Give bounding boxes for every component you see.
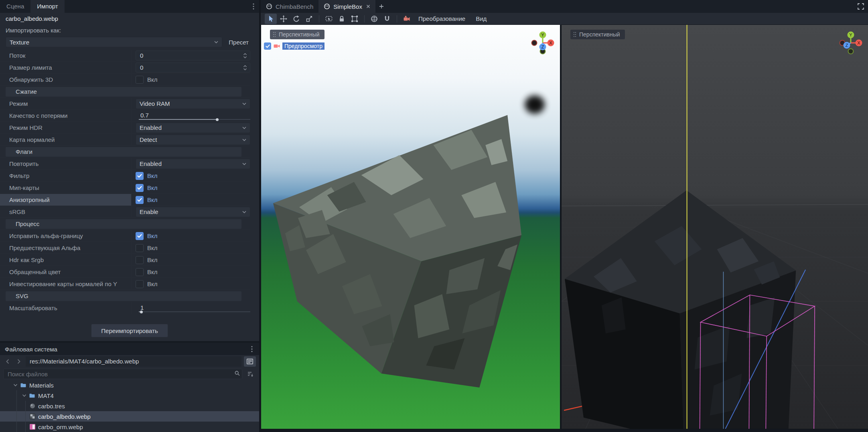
snap-icon[interactable] bbox=[381, 14, 393, 24]
tab-import[interactable]: Импорт bbox=[30, 0, 64, 13]
fullscreen-icon[interactable] bbox=[854, 0, 868, 13]
select-tool-icon[interactable] bbox=[265, 14, 277, 24]
forward-button[interactable] bbox=[14, 357, 23, 366]
spatial-toolbar: Преобразование Вид bbox=[261, 13, 868, 25]
lock-icon[interactable] bbox=[336, 14, 348, 24]
section-compression[interactable]: Сжатие bbox=[0, 86, 250, 98]
axis-x-label: X bbox=[857, 40, 860, 45]
property-row-hdr-as-srgb: Hdr как Srgb Вкл bbox=[0, 254, 250, 266]
scene-tab-simplebox[interactable]: SimpleBox bbox=[318, 0, 375, 13]
premult-alpha-checkbox[interactable] bbox=[136, 244, 144, 252]
property-row-repeat: Повторить Enabled bbox=[0, 158, 250, 170]
preview-checkbox[interactable] bbox=[264, 42, 271, 50]
section-label: Процесс bbox=[6, 219, 241, 229]
tree-item-carbo-tres[interactable]: carbo.tres bbox=[0, 401, 259, 411]
group-icon[interactable] bbox=[349, 14, 361, 24]
fix-alpha-border-checkbox[interactable] bbox=[136, 232, 144, 240]
split-mode-button[interactable] bbox=[244, 356, 256, 367]
camera-preview-toggle[interactable]: Предпросмотр bbox=[264, 41, 324, 51]
viewport-editor[interactable]: Перспективный Y X Z bbox=[562, 25, 868, 429]
checkbox-label: Вкл bbox=[147, 232, 158, 239]
checkbox-label: Вкл bbox=[147, 184, 158, 191]
tree-item-carbo-orm[interactable]: carbo_orm.webp bbox=[0, 422, 259, 432]
tree-item-materials[interactable]: Materials bbox=[0, 380, 259, 390]
dropdown-value: Enable bbox=[140, 208, 240, 215]
property-row-mipmaps: Мип-карты Вкл bbox=[0, 182, 250, 194]
property-label: Hdr как Srgb bbox=[0, 254, 131, 266]
filesystem-menu-icon[interactable] bbox=[246, 346, 258, 352]
anisotropic-checkbox[interactable] bbox=[136, 196, 144, 204]
import-dock: carbo_albedo.webp Импортировать как: Tex… bbox=[0, 13, 259, 341]
size-limit-spinbox[interactable]: 0 bbox=[136, 63, 250, 73]
tree-item-label: carbo_albedo.webp bbox=[38, 413, 91, 420]
close-tab-icon[interactable] bbox=[366, 4, 370, 8]
hdr-mode-dropdown[interactable]: Enabled bbox=[136, 123, 250, 133]
image-file-icon bbox=[30, 424, 35, 430]
slider-grabber[interactable] bbox=[140, 311, 143, 313]
property-label: Карта нормалей bbox=[0, 134, 131, 145]
stream-spinbox[interactable]: 0 bbox=[136, 50, 250, 61]
import-type-dropdown[interactable]: Texture bbox=[6, 37, 222, 47]
repeat-dropdown[interactable]: Enabled bbox=[136, 159, 250, 169]
search-input[interactable] bbox=[3, 369, 242, 379]
slider-track[interactable] bbox=[139, 119, 250, 120]
viewport-camera-menu[interactable]: Перспективный bbox=[570, 30, 625, 39]
move-tool-icon[interactable] bbox=[278, 14, 290, 24]
breadcrumb[interactable]: res://Materials/MAT4/carbo_albedo.webp bbox=[26, 356, 241, 367]
srgb-dropdown[interactable]: Enable bbox=[136, 207, 250, 217]
scale-tool-icon[interactable] bbox=[303, 14, 315, 24]
local-space-icon[interactable] bbox=[368, 14, 380, 24]
collapse-arrow-icon[interactable] bbox=[14, 384, 17, 386]
axis-gizmo[interactable]: Y X Z bbox=[529, 30, 556, 56]
normal-map-dropdown[interactable]: Detect bbox=[136, 135, 250, 145]
camera-preview-icon[interactable] bbox=[401, 14, 413, 24]
detect-3d-checkbox[interactable] bbox=[136, 76, 144, 84]
mipmaps-checkbox[interactable] bbox=[136, 184, 144, 192]
section-flags[interactable]: Флаги bbox=[0, 146, 250, 158]
back-button[interactable] bbox=[3, 357, 12, 366]
tree-item-mat4[interactable]: MAT4 bbox=[0, 390, 259, 401]
camera-preview-render bbox=[261, 25, 560, 429]
folder-icon bbox=[20, 383, 26, 388]
collapse-arrow-icon[interactable] bbox=[22, 394, 26, 397]
view-menu[interactable]: Вид bbox=[471, 13, 491, 25]
transform-menu[interactable]: Преобразование bbox=[414, 13, 470, 25]
svg-scale-slider[interactable]: 1 bbox=[136, 302, 250, 314]
filesystem-dock: Файловая система res://Materials/MAT4/ca… bbox=[0, 343, 259, 432]
drag-handle-icon bbox=[273, 32, 276, 37]
dock-menu-icon[interactable] bbox=[248, 0, 259, 13]
godot-editor: Сцена Импорт carbo_albedo.webp Импортиро… bbox=[0, 0, 868, 432]
normal-map-invert-y-checkbox[interactable] bbox=[136, 280, 144, 288]
spin-arrows-icon[interactable] bbox=[243, 52, 247, 59]
rotate-tool-icon[interactable] bbox=[290, 14, 302, 24]
property-label: Предшествующая Альфа bbox=[0, 242, 131, 254]
invert-color-checkbox[interactable] bbox=[136, 268, 144, 276]
new-scene-tab-button[interactable] bbox=[375, 0, 387, 13]
preset-button[interactable]: Пресет bbox=[227, 39, 250, 46]
sort-button[interactable] bbox=[245, 369, 256, 379]
slider-grabber[interactable] bbox=[216, 118, 219, 121]
lossy-quality-slider[interactable]: 0.7 bbox=[136, 110, 250, 121]
spin-arrows-icon[interactable] bbox=[243, 65, 247, 71]
property-label: Инвестирование карты нормалей по Y bbox=[0, 278, 131, 290]
filter-checkbox[interactable] bbox=[136, 172, 144, 180]
section-process[interactable]: Процесс bbox=[0, 218, 250, 230]
tab-scene[interactable]: Сцена bbox=[0, 0, 30, 13]
viewport-camera-preview[interactable]: Перспективный Предпросмотр bbox=[261, 25, 560, 429]
import-spacer bbox=[0, 314, 259, 324]
viewport-camera-menu[interactable]: Перспективный bbox=[270, 30, 324, 39]
hdr-as-srgb-checkbox[interactable] bbox=[136, 256, 144, 264]
viewport-area: Перспективный Предпросмотр bbox=[261, 25, 868, 432]
slider-track[interactable] bbox=[139, 311, 250, 312]
property-row-detect-3d: Обнаружить 3D Вкл bbox=[0, 74, 250, 86]
tree-item-carbo-albedo[interactable]: carbo_albedo.webp bbox=[0, 411, 259, 422]
axis-y-label: Y bbox=[849, 32, 852, 37]
compress-mode-dropdown[interactable]: Video RAM bbox=[136, 99, 250, 109]
scene-tab-chimbabench[interactable]: ChimbaBench bbox=[261, 0, 318, 13]
section-svg[interactable]: SVG bbox=[0, 290, 250, 302]
property-label: Поток bbox=[0, 50, 131, 61]
re-import-button[interactable]: Переимпортировать bbox=[91, 324, 168, 337]
axis-gizmo[interactable]: Y X Z bbox=[838, 30, 864, 56]
property-row-lossy-quality: Качество с потерями 0.7 bbox=[0, 110, 250, 122]
list-select-icon[interactable] bbox=[323, 14, 335, 24]
